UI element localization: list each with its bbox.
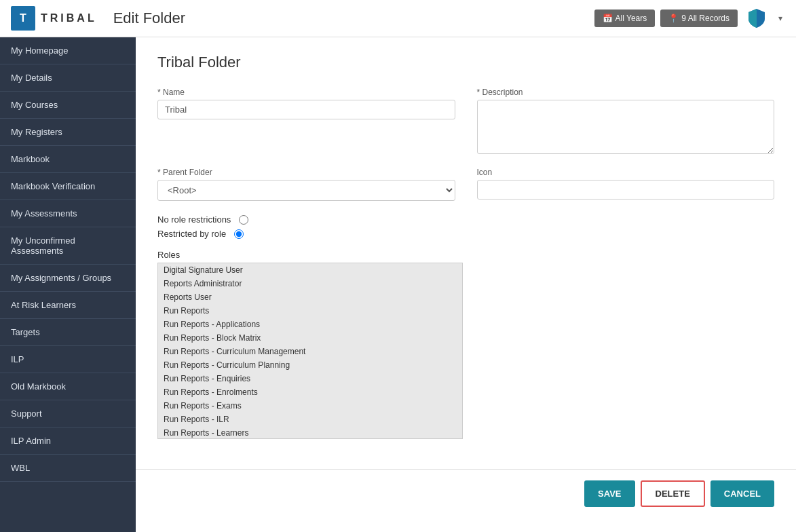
sidebar-item-my-unconfirmed-assessments[interactable]: My Unconfirmed Assessments bbox=[0, 227, 136, 265]
no-role-label: No role restrictions bbox=[157, 214, 231, 225]
sidebar-item-markbook[interactable]: Markbook bbox=[0, 146, 136, 173]
name-input[interactable] bbox=[157, 100, 455, 119]
header-right: 📅 All Years 📍 9 All Records ▾ bbox=[594, 5, 785, 32]
sidebar-item-my-assignments-groups[interactable]: My Assignments / Groups bbox=[0, 265, 136, 292]
roles-listbox-item[interactable]: Run Reports bbox=[158, 304, 462, 318]
roles-listbox-item[interactable]: Digital Signature User bbox=[158, 263, 462, 277]
sidebar-item-my-assessments[interactable]: My Assessments bbox=[0, 200, 136, 227]
sidebar-item-targets[interactable]: Targets bbox=[0, 319, 136, 346]
sidebar-item-my-registers[interactable]: My Registers bbox=[0, 119, 136, 146]
icon-group: Icon bbox=[477, 168, 775, 201]
roles-listbox-item[interactable]: Run Reports - Enquiries bbox=[158, 372, 462, 385]
roles-listbox-item[interactable]: Run Reports - Applications bbox=[158, 318, 462, 331]
main-content: Tribal Folder * Name * Description * Par… bbox=[136, 37, 796, 532]
roles-listbox-item[interactable]: Run Reports - Curriculum Management bbox=[158, 345, 462, 358]
sidebar-item-ilp[interactable]: ILP bbox=[0, 346, 136, 373]
tribal-logo: T bbox=[11, 6, 35, 31]
name-label: * Name bbox=[157, 88, 455, 97]
folder-title: Tribal Folder bbox=[157, 54, 774, 71]
roles-listbox-item[interactable]: Run Reports - Learners bbox=[158, 426, 462, 439]
sidebar: My Homepage My Details My Courses My Reg… bbox=[0, 37, 136, 532]
layout: My Homepage My Details My Courses My Reg… bbox=[0, 37, 796, 532]
roles-listbox-item[interactable]: Run Reports - Curriculum Planning bbox=[158, 358, 462, 372]
parent-icon-row: * Parent Folder <Root> Icon bbox=[157, 168, 774, 201]
sidebar-item-my-details[interactable]: My Details bbox=[0, 64, 136, 92]
roles-listbox-item[interactable]: Run Reports - Exams bbox=[158, 399, 462, 413]
cancel-button[interactable]: CANCEL bbox=[710, 480, 774, 507]
icon-input[interactable] bbox=[477, 180, 775, 200]
calendar-icon: 📅 bbox=[603, 14, 613, 23]
no-role-row: No role restrictions bbox=[157, 214, 774, 225]
role-restriction-group: No role restrictions Restricted by role bbox=[157, 214, 774, 239]
roles-listbox-item[interactable]: Reports User bbox=[158, 290, 462, 304]
roles-listbox-item[interactable]: Run Reports - Block Matrix bbox=[158, 331, 462, 345]
roles-listbox-item[interactable]: Run Reports - Enrolments bbox=[158, 385, 462, 399]
roles-listbox-item[interactable]: Run Reports - ILR bbox=[158, 413, 462, 426]
logo-area: T TRIBAL bbox=[11, 6, 97, 31]
sidebar-item-old-markbook[interactable]: Old Markbook bbox=[0, 373, 136, 400]
all-years-button[interactable]: 📅 All Years bbox=[594, 10, 656, 27]
footer-buttons: SAVE DELETE CANCEL bbox=[136, 469, 796, 518]
restricted-role-row: Restricted by role bbox=[157, 229, 774, 239]
sidebar-item-wbl[interactable]: WBL bbox=[0, 455, 136, 482]
name-description-row: * Name * Description bbox=[157, 88, 774, 154]
sidebar-item-ilp-admin[interactable]: ILP Admin bbox=[0, 428, 136, 455]
sidebar-item-my-courses[interactable]: My Courses bbox=[0, 92, 136, 119]
sidebar-item-at-risk-learners[interactable]: At Risk Learners bbox=[0, 292, 136, 319]
parent-folder-label: * Parent Folder bbox=[157, 168, 455, 177]
page-title: Edit Folder bbox=[113, 10, 594, 27]
roles-label: Roles bbox=[157, 250, 774, 260]
name-group: * Name bbox=[157, 88, 455, 154]
content-area: Tribal Folder * Name * Description * Par… bbox=[136, 37, 796, 469]
parent-folder-select[interactable]: <Root> bbox=[157, 180, 455, 201]
description-label: * Description bbox=[477, 88, 775, 97]
header-chevron-button[interactable]: ▾ bbox=[776, 11, 785, 26]
header: T TRIBAL Edit Folder 📅 All Years 📍 9 All… bbox=[0, 0, 796, 37]
description-group: * Description bbox=[477, 88, 775, 154]
icon-label: Icon bbox=[477, 168, 775, 177]
roles-listbox-item[interactable]: Reports Administrator bbox=[158, 277, 462, 290]
sidebar-item-my-homepage[interactable]: My Homepage bbox=[0, 37, 136, 64]
sidebar-item-support[interactable]: Support bbox=[0, 400, 136, 428]
restricted-role-radio[interactable] bbox=[234, 229, 244, 239]
parent-folder-group: * Parent Folder <Root> bbox=[157, 168, 455, 201]
save-button[interactable]: SAVE bbox=[584, 480, 634, 507]
roles-listbox[interactable]: Digital Signature UserReports Administra… bbox=[157, 263, 463, 439]
delete-button[interactable]: DELETE bbox=[641, 480, 705, 507]
brand-name: TRIBAL bbox=[41, 12, 97, 24]
user-profile-icon[interactable] bbox=[743, 5, 770, 32]
location-icon: 📍 bbox=[668, 14, 679, 23]
restricted-role-label: Restricted by role bbox=[157, 229, 226, 239]
sidebar-item-markbook-verification[interactable]: Markbook Verification bbox=[0, 173, 136, 200]
roles-section: Roles Digital Signature UserReports Admi… bbox=[157, 250, 774, 439]
all-records-button[interactable]: 📍 9 All Records bbox=[660, 10, 738, 27]
description-input[interactable] bbox=[477, 100, 775, 154]
no-role-radio[interactable] bbox=[239, 215, 248, 225]
